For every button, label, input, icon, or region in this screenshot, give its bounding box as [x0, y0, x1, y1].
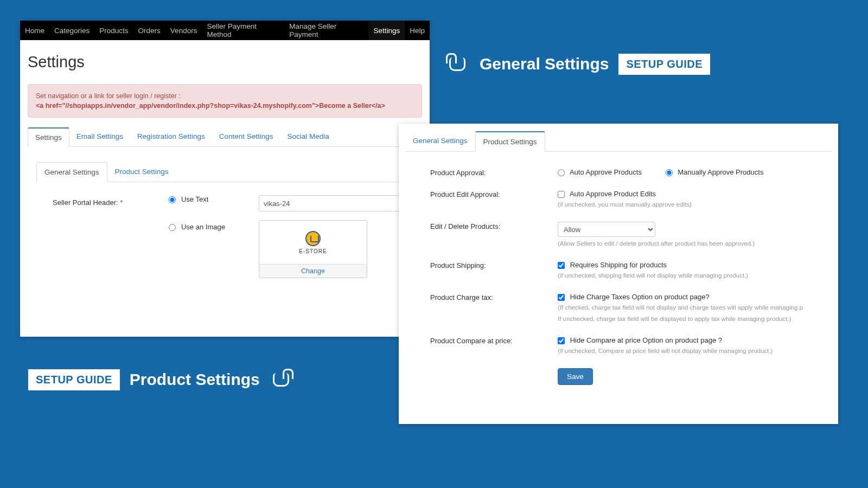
- banner-general-settings: General Settings SETUP GUIDE: [446, 53, 710, 75]
- hide-compare-price-label[interactable]: Hide Compare at price Option on product …: [558, 336, 722, 344]
- tab-social-media[interactable]: Social Media: [280, 127, 336, 146]
- tab-content-settings[interactable]: Content Settings: [212, 127, 280, 146]
- settings-subtabs: General Settings Product Settings: [36, 162, 413, 182]
- setup-guide-badge: SETUP GUIDE: [618, 54, 710, 75]
- nav-categories[interactable]: Categories: [49, 21, 94, 40]
- charge-tax-hint2: If unchecked, charge tax field will be d…: [558, 314, 826, 323]
- nav-orders[interactable]: Orders: [133, 21, 165, 40]
- setup-guide-badge-2: SETUP GUIDE: [28, 369, 120, 390]
- general-settings-form: Seller Portal Header: * Use Text Use an …: [20, 182, 430, 278]
- product-settings-form: Product Approval: Auto Approve Products …: [405, 152, 832, 385]
- product-shipping-label: Product Shipping:: [430, 261, 558, 280]
- edit-delete-select[interactable]: Allow Disallow: [558, 222, 655, 237]
- tab-settings[interactable]: Settings: [28, 127, 69, 147]
- requires-shipping-label[interactable]: Requires Shipping for products: [558, 261, 667, 269]
- use-image-radio[interactable]: [169, 224, 176, 231]
- header-text-input[interactable]: [259, 195, 408, 211]
- tab-email-settings[interactable]: Email Settings: [69, 127, 130, 146]
- edit-approval-hint: (if unchecked, you must manually approve…: [558, 200, 826, 209]
- nav-settings[interactable]: Settings: [368, 21, 405, 40]
- header-image-preview: E-STORE: [259, 221, 367, 264]
- auto-approve-radio[interactable]: [558, 169, 565, 176]
- edit-delete-label: Edit / Delete Products:: [430, 222, 558, 248]
- seller-portal-header-label: Seller Portal Header: *: [53, 195, 169, 278]
- hide-compare-price-checkbox[interactable]: [558, 337, 565, 344]
- manual-approve-radio[interactable]: [666, 169, 673, 176]
- header-image-box: E-STORE Change: [259, 220, 367, 278]
- info-alert: Set navigation or a link for seller logi…: [28, 84, 422, 118]
- product-edit-approval-label: Product Edit Approval:: [430, 190, 558, 209]
- nav-vendors[interactable]: Vendors: [165, 21, 202, 40]
- alert-line2: <a href="//shopiapps.in/vendor_app/vendo…: [36, 101, 414, 111]
- product-settings-panel: General Settings Product Settings Produc…: [399, 124, 838, 424]
- hide-charge-tax-label[interactable]: Hide Charge Taxes Option on product page…: [558, 293, 710, 301]
- use-text-radio-label[interactable]: Use Text: [169, 195, 259, 203]
- banner-title-2: Product Settings: [130, 370, 260, 389]
- pointing-hand-right-icon: [270, 369, 293, 390]
- save-button[interactable]: Save: [558, 368, 593, 385]
- nav-help[interactable]: Help: [405, 21, 430, 40]
- change-image-button[interactable]: Change: [259, 264, 367, 278]
- shipping-hint: (if unchecked, shipping field will not d…: [558, 271, 826, 280]
- nav-manage-seller-payment[interactable]: Manage Seller Payment: [284, 21, 368, 40]
- product-approval-label: Product Approval:: [430, 168, 558, 177]
- subtab-product-settings[interactable]: Product Settings: [107, 162, 176, 182]
- nav-home[interactable]: Home: [20, 21, 49, 40]
- charge-tax-label: Product Charge tax:: [430, 293, 558, 323]
- auto-approve-edits-label[interactable]: Auto Approve Product Edits: [558, 190, 656, 198]
- general-settings-panel: Home Categories Products Orders Vendors …: [20, 21, 430, 337]
- nav-products[interactable]: Products: [94, 21, 133, 40]
- subtab2-product-settings[interactable]: Product Settings: [475, 131, 545, 152]
- use-text-radio[interactable]: [169, 196, 176, 203]
- auto-approve-edits-checkbox[interactable]: [558, 191, 565, 198]
- image-caption: E-STORE: [299, 248, 327, 254]
- settings-tabs: Settings Email Settings Registration Set…: [28, 127, 422, 147]
- compare-price-label: Product Compare at price:: [430, 336, 558, 355]
- manual-approve-radio-label[interactable]: Manually Approve Products: [666, 168, 764, 176]
- compare-price-hint: (if unchecked, Compare at price field wi…: [558, 346, 826, 355]
- product-settings-subtabs: General Settings Product Settings: [405, 131, 832, 152]
- edit-delete-hint: (Allow Sellers to edit / delete product …: [558, 239, 826, 248]
- requires-shipping-checkbox[interactable]: [558, 262, 565, 269]
- charge-tax-hint1: (If checked, charge tax field will not d…: [558, 303, 826, 312]
- page-title: Settings: [20, 40, 430, 81]
- subtab2-general-settings[interactable]: General Settings: [405, 131, 475, 151]
- tab-registration-settings[interactable]: Registration Settings: [130, 127, 212, 146]
- banner-product-settings: SETUP GUIDE Product Settings: [28, 369, 293, 390]
- nav-seller-payment-method[interactable]: Seller Payment Method: [202, 21, 284, 40]
- estore-logo-icon: [305, 231, 321, 246]
- subtab-general-settings[interactable]: General Settings: [36, 162, 107, 182]
- banner-title: General Settings: [480, 55, 609, 73]
- use-image-radio-label[interactable]: Use an Image: [169, 223, 259, 231]
- alert-line1: Set navigation or a link for seller logi…: [36, 91, 414, 101]
- pointing-hand-left-icon: [446, 53, 470, 75]
- top-navigation: Home Categories Products Orders Vendors …: [20, 21, 430, 40]
- hide-charge-tax-checkbox[interactable]: [558, 294, 565, 301]
- auto-approve-radio-label[interactable]: Auto Approve Products: [558, 168, 644, 176]
